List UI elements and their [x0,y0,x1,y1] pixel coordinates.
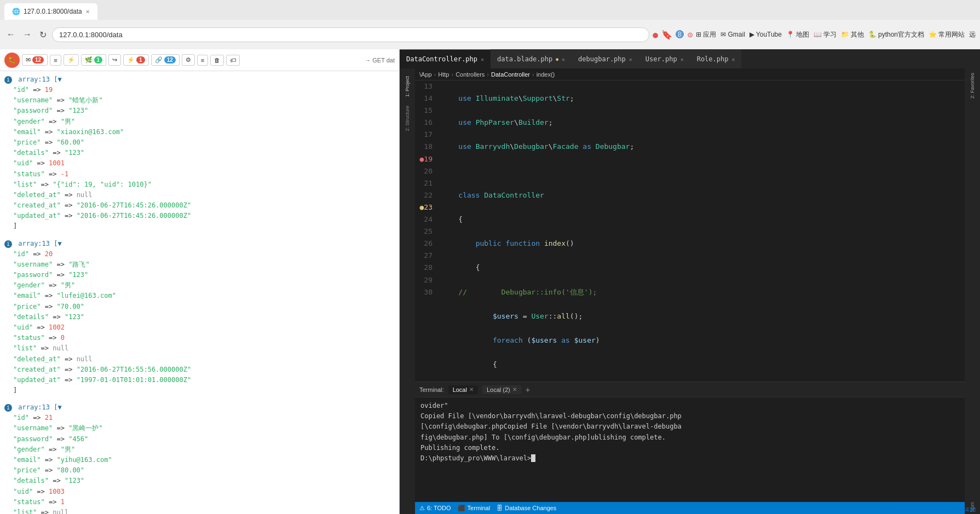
vtab-favorites[interactable]: 2: Favorites [969,71,976,101]
close-tab-datacontroller[interactable]: ✕ [481,56,484,62]
ln-28: 28 [419,262,433,274]
array-1-details: "details" => "123" [4,148,395,158]
tab-datacontroller[interactable]: DataController.php ✕ [400,49,491,68]
bookmark-icon[interactable]: 🔖 [661,30,672,40]
tab-user[interactable]: User.php ✕ [639,49,690,68]
debugbar-messages-btn[interactable]: ✉ 12 [22,54,48,66]
bookmark-extra[interactable]: 远 [969,30,976,39]
tab-data-blade[interactable]: data.blade.php ● ✕ [491,49,572,68]
vtab-structure[interactable]: 2: Structure [403,102,411,135]
array-1-gender: "gender" => "男" [4,117,395,127]
opera-icon[interactable]: ● [653,30,658,40]
debugbar-laravel-btn[interactable]: 🗑 [210,55,224,66]
ln-13: 13 [419,80,433,93]
views-badge: 1 [94,56,103,63]
debugbar-route-btn[interactable]: ↪ [108,54,121,66]
debugbar-panel: 🐛 ✉ 12 ≡ ⚡ 🌿 1 ↪ ⚡ 1 🔗 12 ⚙ ≡ 🗑 🏷 → GET … [0,49,400,514]
debugbar-queries-btn[interactable]: ⚡ 1 [123,54,149,66]
debugbar-tags-btn[interactable]: 🏷 [226,55,240,66]
array-3-gender: "gender" => "男" [4,444,395,455]
array-2-id: "id" => 20 [4,249,395,259]
back-button[interactable]: ← [4,27,18,42]
bottom-link[interactable]: https://blog.csdn.net/weixin_44827418 [873,506,976,513]
forward-button[interactable]: → [21,27,34,42]
close-terminal-local2[interactable]: ✕ [512,386,517,392]
terminal-tab-local2[interactable]: Local (2) ✕ [482,385,521,394]
terminal-area: Terminal: Local ✕ Local (2) ✕ + ovider" [415,382,965,502]
bookmark-apps[interactable]: ⊞ 应用 [696,30,716,39]
array-1-status: "status" => -1 [4,169,395,180]
bookmark-python[interactable]: 🐍 python官方文档 [868,30,924,39]
status-db-changes[interactable]: 🗄 Database Changes [497,505,556,511]
array-3-uid: "uid" => 1003 [4,487,395,497]
bookmark-youtube[interactable]: ▶ YouTube [750,31,782,38]
address-bar[interactable] [52,27,649,42]
code-line-23: foreach ($users as $user) [441,334,960,346]
sep4: › [532,71,534,78]
terminal-content[interactable]: ovider" Copied File [\vendor\barryvdh\la… [415,397,965,502]
bookmark-gmail[interactable]: ✉ Gmail [720,31,745,38]
tab-role[interactable]: Role.php ✕ [690,49,742,68]
sep1: › [434,71,436,78]
refresh-button[interactable]: ↻ [37,27,49,42]
terminal-icon: ⬛ [458,505,465,512]
ln-22: 22 [419,189,433,201]
close-terminal-local[interactable]: ✕ [469,386,474,392]
array-3-details: "details" => "123" [4,476,395,486]
debugbar-cache-btn[interactable]: ≡ [197,55,208,66]
array-1-list: "list" => "{"id": 19, "uid": 1010}" [4,180,395,190]
close-tab-role[interactable]: ✕ [731,56,735,62]
browser-toolbar: ← → ↻ ● 🔖 🅑 ⊙ ⊞ 应用 ✉ Gmail ▶ YouTube 📍 地… [0,20,980,49]
array-block-3: i array:13 [▼ "id" => 21 "username" => "… [4,403,395,514]
close-tab-user[interactable]: ✕ [681,56,684,62]
browser-tab-active[interactable]: 🌐 127.0.0.1:8000/data ✕ [4,3,97,20]
bookmark-sites[interactable]: ⭐ 常用网站 [929,30,965,39]
array-1-email: "email" => "xiaoxin@163.com" [4,127,395,137]
modified-dot: ● [556,57,558,62]
close-tab-icon[interactable]: ✕ [85,9,90,15]
tab-debugbar[interactable]: debugbar.php ✕ [572,49,639,68]
messages-icon: ✉ [26,56,31,63]
ln-26: 26 [419,238,433,250]
ln-30: 30 [419,286,433,298]
sep2: › [452,71,454,78]
debugbar-timeline-btn[interactable]: ≡ [50,55,61,66]
close-tab-blade[interactable]: ✕ [562,56,565,62]
queries-badge: 1 [136,56,145,63]
array-2-close: ] [4,385,395,396]
array-3-id: "id" => 21 [4,413,395,423]
code-editor[interactable]: 13 14 15 16 17 18 ●19 20 21 22 ●23 24 25… [415,80,965,382]
array-2-gender: "gender" => "男" [4,280,395,291]
bookmark-study[interactable]: 📖 学习 [814,30,837,39]
browser-chrome: 🌐 127.0.0.1:8000/data ✕ ← → ↻ ● 🔖 🅑 ⊙ ⊞ … [0,0,980,49]
add-terminal-button[interactable]: + [526,385,530,394]
extension-icon[interactable]: 🅑 [676,30,684,40]
info-icon-1: i [4,76,12,84]
debugbar-exceptions-btn[interactable]: ⚡ [64,54,79,66]
debugbar-mail-btn[interactable]: 🔗 12 [151,54,180,66]
tab-title: 127.0.0.1:8000/data [24,8,82,15]
status-todo[interactable]: ⚠ 6: TODO [419,505,451,512]
debugbar-views-btn[interactable]: 🌿 1 [81,54,107,66]
right-sidebar: 2: Favorites npm [965,68,980,514]
bookmark-other[interactable]: 📁 其他 [841,30,864,39]
vtab-project[interactable]: 1: Project [403,73,411,100]
ln-17: 17 [419,129,433,141]
status-terminal[interactable]: ⬛ Terminal [458,505,491,512]
debugbar-gate-btn[interactable]: ⚙ [182,54,195,66]
term-line-2: Copied File [\vendor\barryvdh\laravel-de… [420,411,959,421]
array-3-email: "email" => "yihu@163.com" [4,455,395,465]
array-2-list: "list" => null [4,343,395,354]
debugbar-content[interactable]: i array:13 [▼ "id" => 19 "username" => "… [0,71,399,514]
terminal-tab-local[interactable]: Local ✕ [448,385,478,394]
close-tab-debugbar[interactable]: ✕ [629,56,632,62]
array-1-created: "created_at" => "2016-06-27T16:45:26.000… [4,200,395,211]
ln-24: 24 [419,213,433,226]
editor-area: \App › Http › Controllers › DataControll… [415,68,965,514]
breadcrumb: \App › Http › Controllers › DataControll… [415,68,965,80]
ln-27: 27 [419,250,433,262]
circle-icon[interactable]: ⊙ [688,30,693,40]
array-3-status: "status" => 1 [4,497,395,507]
bookmark-map[interactable]: 📍 地图 [786,30,809,39]
ln-16: 16 [419,117,433,129]
